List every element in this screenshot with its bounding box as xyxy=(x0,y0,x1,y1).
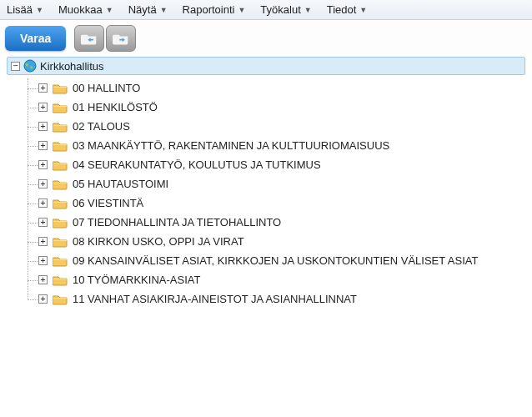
chevron-down-icon: ▼ xyxy=(160,6,168,14)
expand-icon[interactable]: + xyxy=(38,237,48,246)
menu-lisaa[interactable]: Lisää▼ xyxy=(7,3,43,16)
folder-next-button[interactable] xyxy=(106,25,136,52)
folder-icon xyxy=(53,274,68,286)
folder-icon xyxy=(53,102,68,113)
toolbar: Varaa xyxy=(0,20,532,57)
expand-icon[interactable]: + xyxy=(38,83,48,93)
tree-item-label: 07 TIEDONHALLINTA JA TIETOHALLINTO xyxy=(73,216,281,229)
folder-icon xyxy=(53,178,68,190)
chevron-down-icon: ▼ xyxy=(304,6,312,14)
tree-item[interactable]: +07 TIEDONHALLINTA JA TIETOHALLINTO xyxy=(23,213,525,232)
chevron-down-icon: ▼ xyxy=(238,6,245,14)
menubar: Lisää▼ Muokkaa▼ Näytä▼ Raportointi▼ Työk… xyxy=(0,0,532,20)
tree-item-label: 04 SEURAKUNTATYÖ, KOULUTUS JA TUTKIMUS xyxy=(73,158,321,171)
tree-children: +00 HALLINTO+01 HENKILÖSTÖ+02 TALOUS+03 … xyxy=(23,78,525,309)
folder-arrow-right-icon xyxy=(113,32,129,45)
icon-button-group xyxy=(74,25,136,52)
menu-label: Näytä xyxy=(128,3,157,16)
expand-icon[interactable]: + xyxy=(38,294,48,304)
expand-icon[interactable]: + xyxy=(38,218,48,227)
tree-item[interactable]: +11 VANHAT ASIAKIRJA-AINEISTOT JA ASIANH… xyxy=(23,289,525,309)
folder-icon xyxy=(53,198,68,209)
folder-icon xyxy=(53,217,68,229)
globe-icon xyxy=(23,59,37,73)
tree-item-label: 02 TALOUS xyxy=(73,120,130,133)
tree-item-label: 03 MAANKÄYTTÖ, RAKENTAMINEN JA KULTTUURI… xyxy=(73,139,389,152)
folder-icon xyxy=(53,140,68,152)
tree-item[interactable]: +06 VIESTINTÄ xyxy=(23,193,525,213)
expand-icon[interactable]: + xyxy=(38,179,48,188)
folder-icon xyxy=(53,121,68,133)
expand-icon[interactable]: + xyxy=(38,103,48,112)
tree-root-label: Kirkkohallitus xyxy=(40,60,104,73)
folder-icon xyxy=(53,255,68,267)
menu-label: Raportointi xyxy=(183,3,235,16)
tree-item-label: 06 VIESTINTÄ xyxy=(73,197,143,209)
tree-item-label: 08 KIRKON USKO, OPPI JA VIRAT xyxy=(73,235,244,248)
menu-label: Lisää xyxy=(7,3,33,16)
menu-raportointi[interactable]: Raportointi▼ xyxy=(183,3,246,16)
collapse-icon[interactable]: − xyxy=(11,62,20,71)
menu-label: Muokkaa xyxy=(58,3,103,16)
tree-item[interactable]: +00 HALLINTO xyxy=(23,78,525,98)
folder-arrow-left-icon xyxy=(81,32,98,45)
folder-icon xyxy=(53,159,68,171)
tree-item-label: 01 HENKILÖSTÖ xyxy=(73,101,158,113)
tree-item-label: 09 KANSAINVÄLISET ASIAT, KIRKKOJEN JA US… xyxy=(73,254,478,267)
tree-item-label: 10 TYÖMARKKINA-ASIAT xyxy=(73,274,200,286)
menu-label: Tiedot xyxy=(327,3,357,16)
menu-tyokalut[interactable]: Työkalut▼ xyxy=(260,3,311,16)
tree-item[interactable]: +09 KANSAINVÄLISET ASIAT, KIRKKOJEN JA U… xyxy=(23,251,525,270)
tree-item-label: 00 HALLINTO xyxy=(73,82,140,94)
tree-item[interactable]: +04 SEURAKUNTATYÖ, KOULUTUS JA TUTKIMUS xyxy=(23,155,525,174)
expand-icon[interactable]: + xyxy=(38,160,48,169)
expand-icon[interactable]: + xyxy=(38,122,48,131)
expand-icon[interactable]: + xyxy=(38,141,48,150)
folder-icon xyxy=(53,83,68,94)
chevron-down-icon: ▼ xyxy=(106,6,113,14)
tree-item[interactable]: +05 HAUTAUSTOIMI xyxy=(23,174,525,193)
tree-view: − Kirkkohallitus +00 HALLINTO+01 HENKILÖ… xyxy=(0,57,532,315)
menu-nayta[interactable]: Näytä▼ xyxy=(128,3,168,16)
tree-item[interactable]: +01 HENKILÖSTÖ xyxy=(23,98,525,117)
expand-icon[interactable]: + xyxy=(38,256,48,265)
menu-tiedot[interactable]: Tiedot▼ xyxy=(327,3,368,16)
folder-prev-button[interactable] xyxy=(74,25,104,52)
chevron-down-icon: ▼ xyxy=(36,6,43,14)
tree-root[interactable]: − Kirkkohallitus xyxy=(7,57,525,75)
menu-label: Työkalut xyxy=(260,3,300,16)
folder-icon xyxy=(53,236,68,248)
varaa-button[interactable]: Varaa xyxy=(5,26,66,51)
chevron-down-icon: ▼ xyxy=(359,6,367,14)
menu-muokkaa[interactable]: Muokkaa▼ xyxy=(58,3,113,16)
tree-item[interactable]: +08 KIRKON USKO, OPPI JA VIRAT xyxy=(23,232,525,251)
tree-item[interactable]: +02 TALOUS xyxy=(23,117,525,136)
folder-icon xyxy=(53,294,68,305)
tree-item[interactable]: +03 MAANKÄYTTÖ, RAKENTAMINEN JA KULTTUUR… xyxy=(23,136,525,155)
tree-item-label: 05 HAUTAUSTOIMI xyxy=(73,178,168,190)
expand-icon[interactable]: + xyxy=(38,198,48,208)
tree-item[interactable]: +10 TYÖMARKKINA-ASIAT xyxy=(23,270,525,289)
tree-item-label: 11 VANHAT ASIAKIRJA-AINEISTOT JA ASIANHA… xyxy=(73,293,357,305)
expand-icon[interactable]: + xyxy=(38,275,48,284)
